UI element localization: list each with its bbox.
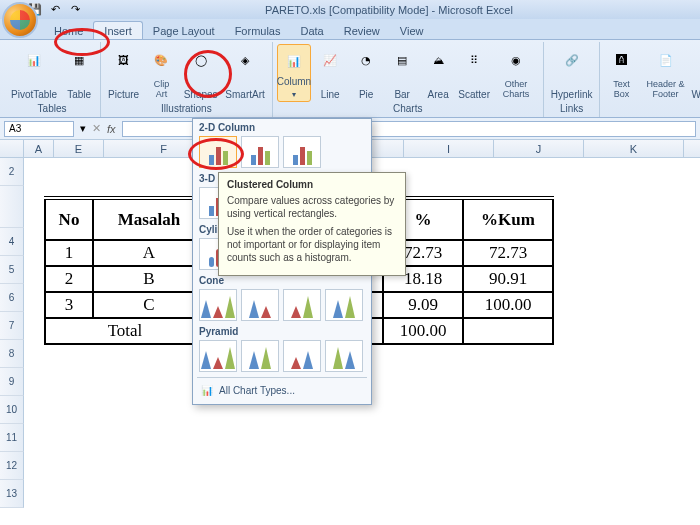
pyramid-option-1[interactable] bbox=[199, 340, 237, 372]
col-header-j[interactable]: J bbox=[494, 140, 584, 157]
tooltip: Clustered Column Compare values across c… bbox=[218, 172, 406, 276]
area-chart-button[interactable]: ⛰Area bbox=[421, 44, 455, 102]
scatter-chart-button[interactable]: ⠿Scatter bbox=[457, 44, 491, 102]
tab-formulas[interactable]: Formulas bbox=[225, 22, 291, 39]
group-label-charts: Charts bbox=[277, 102, 539, 115]
pyramid-option-3[interactable] bbox=[283, 340, 321, 372]
shapes-button[interactable]: ◯Shapes bbox=[181, 44, 221, 102]
group-label-illustrations: Illustrations bbox=[105, 102, 268, 115]
cell[interactable]: 2 bbox=[45, 266, 93, 292]
header-footer-button[interactable]: 📄Header & Footer bbox=[640, 44, 690, 102]
group-links: 🔗Hyperlink Links bbox=[544, 42, 601, 117]
chart-icon: 📊 bbox=[201, 385, 213, 396]
fx-icon[interactable]: fx bbox=[107, 123, 116, 135]
tooltip-title: Clustered Column bbox=[227, 179, 397, 190]
pivottable-button[interactable]: 📊PivotTable bbox=[8, 44, 60, 102]
line-chart-button[interactable]: 📈Line bbox=[313, 44, 347, 102]
row-header[interactable]: 4 bbox=[0, 228, 24, 256]
row-header[interactable]: 8 bbox=[0, 340, 24, 368]
group-charts: 📊Column 📈Line ◔Pie ▤Bar ⛰Area ⠿Scatter ◉… bbox=[273, 42, 544, 117]
header-masalah[interactable]: Masalah bbox=[93, 198, 205, 240]
col-header-e[interactable]: E bbox=[54, 140, 104, 157]
tab-insert[interactable]: Insert bbox=[93, 21, 143, 39]
pyramid-option-4[interactable] bbox=[325, 340, 363, 372]
col-header-a[interactable]: A bbox=[24, 140, 54, 157]
group-text: 🅰Text Box 📄Header & Footer 𝐀WordArt ✒Sig… bbox=[600, 42, 700, 117]
cell[interactable]: 100.00 bbox=[463, 292, 553, 318]
group-label-links: Links bbox=[548, 102, 596, 115]
ribbon: 📊PivotTable ▦Table Tables 🖼Picture 🎨Clip… bbox=[0, 40, 700, 118]
wordart-button[interactable]: 𝐀WordArt bbox=[693, 44, 700, 102]
cell[interactable]: 90.91 bbox=[463, 266, 553, 292]
group-label-text: Text bbox=[604, 102, 700, 115]
col-header-k[interactable]: K bbox=[584, 140, 684, 157]
stacked-column-option[interactable] bbox=[241, 136, 279, 168]
tab-home[interactable]: Home bbox=[44, 22, 93, 39]
hyperlink-button[interactable]: 🔗Hyperlink bbox=[548, 44, 596, 102]
cell[interactable]: A bbox=[93, 240, 205, 266]
row-header[interactable]: 2 bbox=[0, 158, 24, 186]
all-chart-types-button[interactable]: 📊 All Chart Types... bbox=[193, 381, 371, 400]
other-charts-button[interactable]: ◉Other Charts bbox=[493, 44, 539, 102]
titlebar: 💾 ↶ ↷ PARETO.xls [Compatibility Mode] - … bbox=[0, 0, 700, 19]
name-box[interactable]: A3 bbox=[4, 121, 74, 137]
clustered-column-option[interactable] bbox=[199, 136, 237, 168]
row-header[interactable]: 7 bbox=[0, 312, 24, 340]
header-kum[interactable]: %Kum bbox=[463, 198, 553, 240]
group-illustrations: 🖼Picture 🎨Clip Art ◯Shapes ◈SmartArt Ill… bbox=[101, 42, 273, 117]
picture-button[interactable]: 🖼Picture bbox=[105, 44, 142, 102]
row-headers: 2 4 5 6 7 8 9 10 11 12 13 bbox=[0, 158, 24, 508]
tooltip-body-1: Compare values across categories by usin… bbox=[227, 194, 397, 220]
cone-option-3[interactable] bbox=[283, 289, 321, 321]
tab-page-layout[interactable]: Page Layout bbox=[143, 22, 225, 39]
tab-data[interactable]: Data bbox=[290, 22, 333, 39]
ribbon-tabs: Home Insert Page Layout Formulas Data Re… bbox=[0, 19, 700, 40]
row-header[interactable]: 12 bbox=[0, 452, 24, 480]
header-no[interactable]: No bbox=[45, 198, 93, 240]
row-header[interactable] bbox=[0, 186, 24, 228]
tab-review[interactable]: Review bbox=[334, 22, 390, 39]
table-button[interactable]: ▦Table bbox=[62, 44, 96, 102]
undo-icon[interactable]: ↶ bbox=[48, 3, 62, 17]
cell[interactable]: B bbox=[93, 266, 205, 292]
cone-option-1[interactable] bbox=[199, 289, 237, 321]
textbox-button[interactable]: 🅰Text Box bbox=[604, 44, 638, 102]
cell[interactable]: C bbox=[93, 292, 205, 318]
dropdown-section-2d: 2-D Column bbox=[193, 119, 371, 134]
all-chart-types-label: All Chart Types... bbox=[219, 385, 295, 396]
tooltip-body-2: Use it when the order of categories is n… bbox=[227, 225, 397, 264]
row-header[interactable]: 11 bbox=[0, 424, 24, 452]
clipart-button[interactable]: 🎨Clip Art bbox=[144, 44, 179, 102]
cone-option-2[interactable] bbox=[241, 289, 279, 321]
cell[interactable] bbox=[463, 318, 553, 344]
window-title: PARETO.xls [Compatibility Mode] - Micros… bbox=[82, 4, 696, 16]
row-header[interactable]: 9 bbox=[0, 368, 24, 396]
cell[interactable]: 1 bbox=[45, 240, 93, 266]
cell-total-label[interactable]: Total bbox=[45, 318, 205, 344]
dropdown-separator bbox=[197, 377, 367, 378]
group-tables: 📊PivotTable ▦Table Tables bbox=[4, 42, 101, 117]
cell[interactable]: 72.73 bbox=[463, 240, 553, 266]
cell[interactable]: 100.00 bbox=[383, 318, 463, 344]
row-header[interactable]: 10 bbox=[0, 396, 24, 424]
cone-option-4[interactable] bbox=[325, 289, 363, 321]
column-chart-button[interactable]: 📊Column bbox=[277, 44, 312, 102]
pie-chart-button[interactable]: ◔Pie bbox=[349, 44, 383, 102]
row-header[interactable]: 13 bbox=[0, 480, 24, 508]
cell[interactable]: 9.09 bbox=[383, 292, 463, 318]
select-all-corner[interactable] bbox=[0, 140, 24, 157]
row-header[interactable]: 5 bbox=[0, 256, 24, 284]
smartart-button[interactable]: ◈SmartArt bbox=[222, 44, 267, 102]
office-button[interactable] bbox=[2, 2, 38, 38]
group-label-tables: Tables bbox=[8, 102, 96, 115]
100-stacked-column-option[interactable] bbox=[283, 136, 321, 168]
redo-icon[interactable]: ↷ bbox=[68, 3, 82, 17]
row-header[interactable]: 6 bbox=[0, 284, 24, 312]
tab-view[interactable]: View bbox=[390, 22, 434, 39]
name-box-dropdown-icon[interactable]: ▾ bbox=[80, 122, 86, 135]
cell[interactable]: 3 bbox=[45, 292, 93, 318]
bar-chart-button[interactable]: ▤Bar bbox=[385, 44, 419, 102]
cancel-icon[interactable]: ✕ bbox=[92, 122, 101, 135]
col-header-i[interactable]: I bbox=[404, 140, 494, 157]
pyramid-option-2[interactable] bbox=[241, 340, 279, 372]
